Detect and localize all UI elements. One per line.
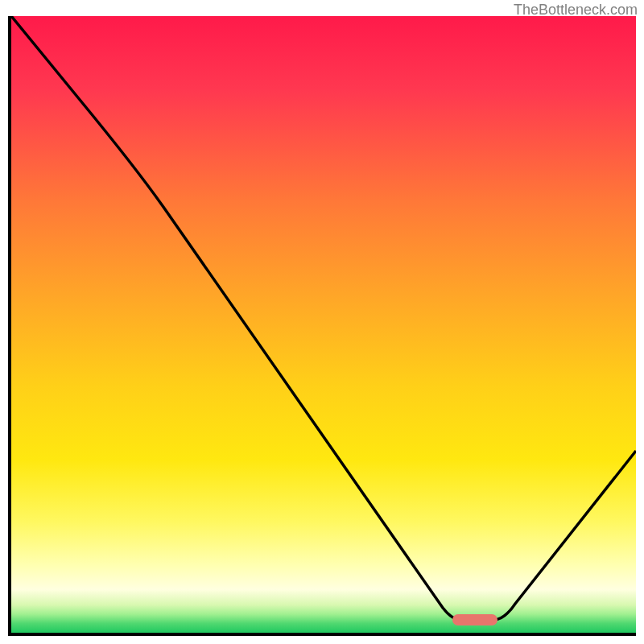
gradient-background [11,16,636,633]
x-axis [8,633,636,636]
watermark-text: TheBottleneck.com [514,2,638,19]
chart-plot [8,16,636,636]
y-axis [8,16,11,636]
optimal-marker [452,614,497,625]
chart-container [8,16,636,636]
